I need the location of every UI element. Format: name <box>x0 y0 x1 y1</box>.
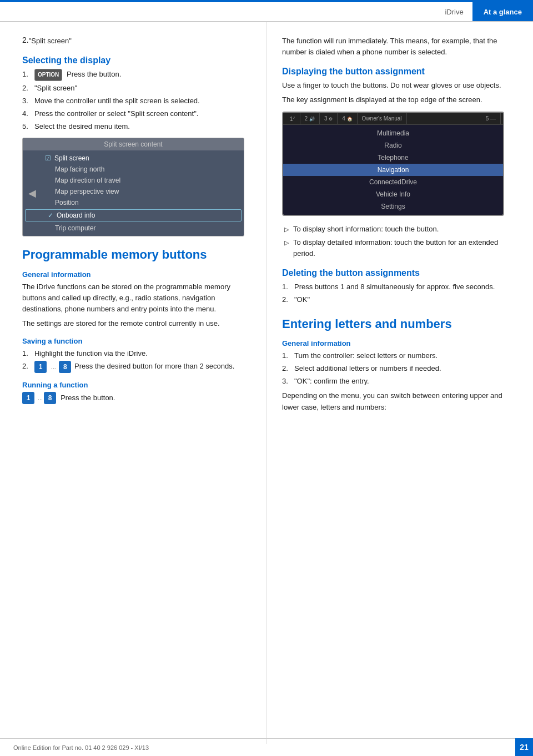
selecting-display-heading: Selecting the display <box>22 56 250 65</box>
run-mem-btn-dots: ... <box>38 395 43 401</box>
option-button-icon: OPTION <box>34 69 62 81</box>
idrive-item-radio: Radio <box>283 139 503 152</box>
main-content: 2. "Split screen" Selecting the display … <box>0 22 533 744</box>
idrive-item-connecteddrive: ConnectedDrive <box>283 176 503 188</box>
menu-item-mapperspective: Map perspective view <box>23 186 244 197</box>
footer: Online Edition for Part no. 01 40 2 926 … <box>0 738 533 756</box>
menu-item-onboardinfo: ✓ Onboard info <box>25 209 242 221</box>
bullet-display-short: To display short information: touch the … <box>282 224 511 235</box>
displaying-text1: Use a finger to touch the buttons. Do no… <box>282 80 511 91</box>
deleting-step-2: 2. "OK" <box>282 294 511 305</box>
deleting-steps-list: 1. Press buttons 1 and 8 simultaneously … <box>282 281 511 305</box>
selecting-step-5-text: Select the desired menu item. <box>34 121 130 132</box>
mem-btn-1-icon: 1 <box>34 361 47 373</box>
entering-heading: Entering letters and numbers <box>282 317 511 331</box>
idrive-item-telephone: Telephone <box>283 152 503 164</box>
split-screen-menu-image: Split screen content ◀ ☑ Split screen Ma… <box>22 138 244 236</box>
header: iDrive At a glance <box>0 2 533 22</box>
selecting-step-1: 1. OPTION Press the button. <box>22 69 250 81</box>
gen-info-text1: The iDrive functions can be stored on th… <box>22 281 250 315</box>
idrive-screen: 1♪ 2 🔊 3 ⚙ 4 🏠 Owner's Manual 5 — Multim… <box>282 112 504 216</box>
menu-title-bar: Split screen content <box>23 138 244 150</box>
saving-steps-list: 1. Highlight the function via the iDrive… <box>22 348 250 373</box>
check-icon: ☑ <box>45 154 51 162</box>
selecting-step-1-text: Press the button. <box>67 70 121 78</box>
menu-item-tripcomputer: Trip computer <box>23 223 244 234</box>
prog-mem-heading: Programmable memory buttons <box>22 248 250 262</box>
displaying-text2: The key assignment is displayed at the t… <box>282 94 511 105</box>
menu-item-mapdirection: Map direction of travel <box>23 175 244 186</box>
idrive-tab-3: 3 ⚙ <box>320 113 338 124</box>
idrive-tab-5: 5 — <box>481 113 501 124</box>
idrive-tab-2: 2 🔊 <box>300 113 320 124</box>
footer-page-number: 21 <box>515 738 533 756</box>
onboard-check-icon: ✓ <box>48 211 53 219</box>
displaying-heading: Displaying the button assignment <box>282 67 511 77</box>
mem-btn-8-icon: 8 <box>59 361 71 373</box>
mem-btn-dots: ... <box>51 362 56 372</box>
bullet-display-detailed: To display detailed information: touch t… <box>282 237 511 259</box>
menu-title-text: Split screen content <box>104 140 162 148</box>
left-column: 2. "Split screen" Selecting the display … <box>0 22 266 744</box>
idrive-tab-ownersman: Owner's Manual <box>358 113 407 124</box>
item2-num: 2. <box>22 36 29 47</box>
saving-heading: Saving a function <box>22 337 250 345</box>
running-heading: Running a function <box>22 381 250 389</box>
selecting-step-2: 2. "Split screen" <box>22 83 250 94</box>
deleting-step-1-text: Press buttons 1 and 8 simultaneously for… <box>294 281 495 293</box>
entering-body: Depending on the menu, you can switch be… <box>282 390 511 412</box>
selecting-steps-list: 1. OPTION Press the button. 2. "Split sc… <box>22 69 250 132</box>
entering-step-3-text: "OK": confirm the entry. <box>294 376 369 387</box>
header-ataglance-tab[interactable]: At a glance <box>472 2 533 21</box>
idrive-item-multimedia: Multimedia <box>283 127 503 139</box>
idrive-item-vehicleinfo: Vehicle Info <box>283 188 503 200</box>
intro-text1: The function will run immediately. This … <box>282 36 511 58</box>
selecting-step-3-text: Move the controller until the split scre… <box>34 95 200 107</box>
right-column: The function will run immediately. This … <box>266 22 533 744</box>
saving-step-2: 2. 1 ... 8 Press the desired button for … <box>22 361 250 373</box>
saving-step-1: 1. Highlight the function via the iDrive… <box>22 348 250 359</box>
entering-step-2-text: Select additional letters or numbers if … <box>294 363 441 374</box>
menu-item-splitscreen: ☑ Split screen <box>23 153 244 164</box>
menu-item-mapnorth: Map facing north <box>23 164 244 175</box>
idrive-item-navigation: Navigation <box>283 164 503 176</box>
footer-online-edition: Online Edition for Part no. 01 40 2 926 … <box>13 744 149 751</box>
idrive-tab-1: 1♪ <box>285 113 300 124</box>
deleting-step-2-text: "OK" <box>294 294 310 305</box>
selecting-step-4-text: Press the controller or select "Split sc… <box>34 108 198 119</box>
idrive-menu-items: Multimedia Radio Telephone Navigation Co… <box>283 125 503 215</box>
entering-step-1: 1. Turn the controller: select letters o… <box>282 350 511 361</box>
entering-gen-heading: General information <box>282 339 511 347</box>
gen-info-text2: The settings are stored for the remote c… <box>22 318 250 329</box>
selecting-step-4: 4. Press the controller or select "Split… <box>22 108 250 119</box>
deleting-step-1: 1. Press buttons 1 and 8 simultaneously … <box>282 281 511 293</box>
item2-block: 2. "Split screen" <box>22 36 250 47</box>
selecting-step-2-text: "Split screen" <box>34 83 77 94</box>
menu-items-list: ◀ ☑ Split screen Map facing north Map di… <box>23 150 244 236</box>
item2-text: "Split screen" <box>29 36 72 47</box>
saving-step-1-text: Highlight the function via the iDrive. <box>34 348 148 359</box>
run-mem-btn-8: 8 <box>44 392 56 404</box>
idrive-item-settings: Settings <box>283 200 503 213</box>
entering-step-1-text: Turn the controller: select letters or n… <box>294 350 438 361</box>
deleting-heading: Deleting the button assignments <box>282 268 511 278</box>
run-mem-btn-1: 1 <box>22 392 34 404</box>
menu-item-position: Position <box>23 197 244 208</box>
header-idrive-label: iDrive <box>436 2 472 21</box>
idrive-tab-4: 4 🏠 <box>338 113 357 124</box>
selecting-step-3: 3. Move the controller until the split s… <box>22 95 250 107</box>
menu-arrow-left: ◀ <box>28 187 36 199</box>
item2-row: 2. "Split screen" <box>22 36 250 47</box>
bullet-display-list: To display short information: touch the … <box>282 224 511 259</box>
running-step: 1 ... 8 Press the button. <box>22 392 250 404</box>
gen-info-heading: General information <box>22 270 250 279</box>
idrive-tabs: 1♪ 2 🔊 3 ⚙ 4 🏠 Owner's Manual 5 — <box>283 113 503 125</box>
entering-step-3: 3. "OK": confirm the entry. <box>282 376 511 387</box>
entering-step-2: 2. Select additional letters or numbers … <box>282 363 511 374</box>
entering-steps-list: 1. Turn the controller: select letters o… <box>282 350 511 387</box>
running-step-text: Press the button. <box>61 392 115 404</box>
saving-step-2-text: Press the desired button for more than 2… <box>74 362 234 371</box>
selecting-step-5: 5. Select the desired menu item. <box>22 121 250 132</box>
